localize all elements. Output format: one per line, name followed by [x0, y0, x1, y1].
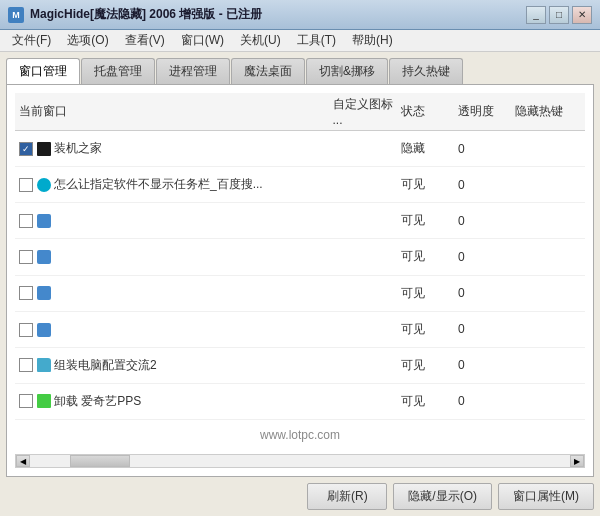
website-label: www.lotpc.com [15, 420, 585, 450]
row-checkbox-3[interactable] [19, 250, 33, 264]
row-checkbox-4[interactable] [19, 286, 33, 300]
hotkey-cell-0 [511, 131, 585, 167]
tab-bar: 窗口管理托盘管理进程管理魔法桌面切割&挪移持久热键 [6, 58, 594, 84]
hotkey-cell-3 [511, 239, 585, 275]
app-row-icon-7 [37, 394, 51, 408]
restore-button[interactable]: □ [549, 6, 569, 24]
table-row[interactable]: 可见0 [15, 239, 585, 275]
opacity-cell-2: 0 [454, 203, 511, 239]
properties-button[interactable]: 窗口属性(M) [498, 483, 594, 510]
app-row-icon-1 [37, 178, 51, 192]
table-row[interactable]: 组装电脑配置交流2可见0 [15, 347, 585, 383]
menu-item-V[interactable]: 查看(V) [117, 30, 173, 51]
table-row[interactable]: 卸载 爱奇艺PPS可见0 [15, 383, 585, 419]
content-panel: 当前窗口 自定义图标 ... 状态 透明度 隐藏热键 装机之家隐藏0怎么让指定软… [6, 84, 594, 477]
custom-icon-cell-2 [329, 203, 397, 239]
tab-5[interactable]: 持久热键 [389, 58, 463, 84]
app-row-icon-3 [37, 250, 51, 264]
toggle-visibility-button[interactable]: 隐藏/显示(O) [393, 483, 492, 510]
scroll-left-button[interactable]: ◀ [16, 455, 30, 467]
row-checkbox-2[interactable] [19, 214, 33, 228]
row-name-6: 组装电脑配置交流2 [54, 358, 157, 372]
horizontal-scrollbar[interactable]: ◀ ▶ [15, 454, 585, 468]
custom-icon-cell-5 [329, 311, 397, 347]
row-name-0: 装机之家 [54, 141, 102, 155]
table-row[interactable]: 可见0 [15, 311, 585, 347]
app-icon: M [8, 7, 24, 23]
table-row[interactable]: 可见0 [15, 275, 585, 311]
menu-item-F[interactable]: 文件(F) [4, 30, 59, 51]
state-cell-2: 可见 [397, 203, 454, 239]
hotkey-cell-2 [511, 203, 585, 239]
custom-icon-cell-0 [329, 131, 397, 167]
app-row-icon-6 [37, 358, 51, 372]
window-table: 当前窗口 自定义图标 ... 状态 透明度 隐藏热键 装机之家隐藏0怎么让指定软… [15, 93, 585, 420]
col-header-hotkey: 隐藏热键 [511, 93, 585, 131]
title-text: MagicHide[魔法隐藏] 2006 增强版 - 已注册 [30, 6, 526, 23]
hotkey-cell-1 [511, 167, 585, 203]
state-cell-7: 可见 [397, 383, 454, 419]
minimize-button[interactable]: _ [526, 6, 546, 24]
window-controls: _ □ ✕ [526, 6, 592, 24]
menu-item-W[interactable]: 窗口(W) [173, 30, 232, 51]
menu-item-H[interactable]: 帮助(H) [344, 30, 401, 51]
state-cell-1: 可见 [397, 167, 454, 203]
row-checkbox-1[interactable] [19, 178, 33, 192]
opacity-cell-0: 0 [454, 131, 511, 167]
custom-icon-cell-1 [329, 167, 397, 203]
app-row-icon-5 [37, 323, 51, 337]
table-row[interactable]: 可见0 [15, 203, 585, 239]
custom-icon-cell-4 [329, 275, 397, 311]
opacity-cell-5: 0 [454, 311, 511, 347]
custom-icon-cell-3 [329, 239, 397, 275]
state-cell-5: 可见 [397, 311, 454, 347]
bottom-bar: 刷新(R) 隐藏/显示(O) 窗口属性(M) [6, 477, 594, 510]
title-bar: M MagicHide[魔法隐藏] 2006 增强版 - 已注册 _ □ ✕ [0, 0, 600, 30]
col-header-icon: 自定义图标 ... [329, 93, 397, 131]
hotkey-cell-5 [511, 311, 585, 347]
state-cell-3: 可见 [397, 239, 454, 275]
tab-0[interactable]: 窗口管理 [6, 58, 80, 84]
table-row[interactable]: 怎么让指定软件不显示任务栏_百度搜...可见0 [15, 167, 585, 203]
row-checkbox-6[interactable] [19, 358, 33, 372]
hotkey-cell-6 [511, 347, 585, 383]
tab-1[interactable]: 托盘管理 [81, 58, 155, 84]
refresh-button[interactable]: 刷新(R) [307, 483, 387, 510]
opacity-cell-6: 0 [454, 347, 511, 383]
opacity-cell-3: 0 [454, 239, 511, 275]
opacity-cell-7: 0 [454, 383, 511, 419]
menu-item-T[interactable]: 工具(T) [289, 30, 344, 51]
close-button[interactable]: ✕ [572, 6, 592, 24]
col-header-name: 当前窗口 [15, 93, 329, 131]
state-cell-6: 可见 [397, 347, 454, 383]
hotkey-cell-4 [511, 275, 585, 311]
state-cell-0: 隐藏 [397, 131, 454, 167]
menu-bar: 文件(F)选项(O)查看(V)窗口(W)关机(U)工具(T)帮助(H) [0, 30, 600, 52]
main-container: 窗口管理托盘管理进程管理魔法桌面切割&挪移持久热键 当前窗口 自定义图标 ...… [0, 52, 600, 516]
row-checkbox-0[interactable] [19, 142, 33, 156]
tab-3[interactable]: 魔法桌面 [231, 58, 305, 84]
table-row[interactable]: 装机之家隐藏0 [15, 131, 585, 167]
opacity-cell-4: 0 [454, 275, 511, 311]
app-row-icon-0 [37, 142, 51, 156]
scroll-right-button[interactable]: ▶ [570, 455, 584, 467]
hotkey-cell-7 [511, 383, 585, 419]
menu-item-O[interactable]: 选项(O) [59, 30, 116, 51]
col-header-opacity: 透明度 [454, 93, 511, 131]
row-name-1: 怎么让指定软件不显示任务栏_百度搜... [54, 177, 263, 191]
row-checkbox-5[interactable] [19, 323, 33, 337]
tab-4[interactable]: 切割&挪移 [306, 58, 388, 84]
custom-icon-cell-7 [329, 383, 397, 419]
state-cell-4: 可见 [397, 275, 454, 311]
app-row-icon-2 [37, 214, 51, 228]
custom-icon-cell-6 [329, 347, 397, 383]
row-checkbox-7[interactable] [19, 394, 33, 408]
col-header-state: 状态 [397, 93, 454, 131]
app-row-icon-4 [37, 286, 51, 300]
tab-2[interactable]: 进程管理 [156, 58, 230, 84]
opacity-cell-1: 0 [454, 167, 511, 203]
scroll-thumb[interactable] [70, 455, 130, 467]
menu-item-U[interactable]: 关机(U) [232, 30, 289, 51]
row-name-7: 卸载 爱奇艺PPS [54, 394, 141, 408]
